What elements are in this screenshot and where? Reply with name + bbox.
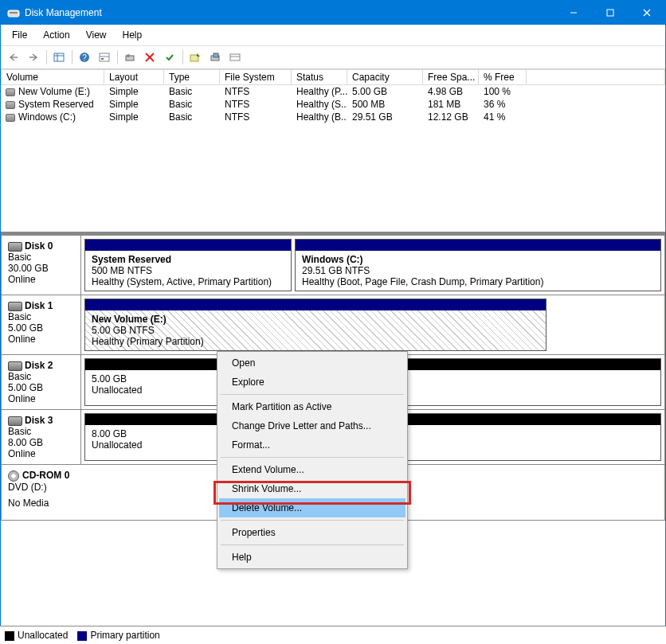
col-filesystem[interactable]: File System [220,69,292,85]
disk-label[interactable]: Disk 1 Basic 5.00 GB Online [2,295,81,354]
svg-rect-11 [100,53,109,61]
menu-file[interactable]: File [4,26,35,44]
back-button[interactable] [4,49,23,66]
volume-list-header: Volume Layout Type File System Status Ca… [1,69,665,85]
titlebar: Disk Management [1,1,665,25]
disk-icon [8,242,22,252]
ctx-delete-volume[interactable]: Delete Volume... [219,498,405,517]
disk-row-0: Disk 0 Basic 30.00 GB Online System Rese… [1,235,665,295]
partition-new-volume-e[interactable]: New Volume (E:) 5.00 GB NTFS Healthy (Pr… [84,299,547,351]
view-list-button[interactable] [49,49,69,66]
ctx-format[interactable]: Format... [219,435,405,455]
col-status[interactable]: Status [292,69,347,85]
window-title: Disk Management [25,7,555,18]
col-volume[interactable]: Volume [1,69,104,85]
ctx-explore[interactable]: Explore [219,373,405,392]
maximize-button[interactable] [592,1,629,25]
svg-rect-13 [101,58,104,60]
svg-rect-1 [10,12,18,14]
volume-row[interactable]: Windows (C:) Simple Basic NTFS Healthy (… [1,111,665,123]
col-pctfree[interactable]: % Free [479,69,527,85]
svg-point-15 [127,54,130,57]
svg-rect-6 [54,53,64,61]
check-button[interactable] [160,49,179,66]
ctx-mark-active[interactable]: Mark Partition as Active [219,397,405,416]
cdrom-icon [8,470,19,482]
col-layout[interactable]: Layout [104,69,164,85]
partition-bar [296,240,660,251]
ctx-separator [221,544,404,545]
disk-label[interactable]: Disk 3 Basic 8.00 GB Online [2,410,81,464]
disk-icon [8,416,22,426]
partition-bar [85,240,291,251]
col-freespace[interactable]: Free Spa... [423,69,479,85]
svg-rect-3 [607,10,613,16]
col-type[interactable]: Type [164,69,220,85]
legend-unallocated: Unallocated [18,630,68,641]
action3-button[interactable] [206,49,225,66]
partition-windows-c[interactable]: Windows (C:) 29.51 GB NTFS Healthy (Boot… [295,239,661,291]
app-icon [7,6,20,19]
help-button[interactable]: ? [75,49,94,66]
volume-row[interactable]: System Reserved Simple Basic NTFS Health… [1,98,665,111]
disk-label[interactable]: Disk 2 Basic 5.00 GB Online [2,355,81,409]
context-menu: Open Explore Mark Partition as Active Ch… [217,351,408,569]
legend-primary: Primary partition [90,630,159,641]
action2-button[interactable] [186,49,205,66]
ctx-properties[interactable]: Properties [219,523,405,542]
volume-row[interactable]: New Volume (E:) Simple Basic NTFS Health… [1,85,665,98]
partition-system-reserved[interactable]: System Reserved 500 MB NTFS Healthy (Sys… [84,239,292,291]
ctx-separator [221,457,404,458]
volume-icon [6,114,15,122]
close-button[interactable] [629,1,665,25]
ctx-change-letter[interactable]: Change Drive Letter and Paths... [219,416,405,435]
disk-row-1: Disk 1 Basic 5.00 GB Online New Volume (… [1,295,665,355]
menubar: File Action View Help [1,25,665,46]
disk-label[interactable]: Disk 0 Basic 30.00 GB Online [2,236,81,295]
ctx-separator [221,394,404,395]
forward-button[interactable] [24,49,43,66]
col-capacity[interactable]: Capacity [347,69,423,85]
menu-action[interactable]: Action [35,26,77,44]
legend: Unallocated Primary partition [0,626,666,644]
volume-icon [6,88,15,96]
disk-icon [8,302,22,311]
toolbar: ? [1,46,665,69]
ctx-shrink-volume[interactable]: Shrink Volume... [219,479,405,498]
menu-help[interactable]: Help [115,26,151,44]
svg-text:?: ? [82,53,87,62]
volume-list: Volume Layout Type File System Status Ca… [1,69,665,233]
svg-rect-21 [230,54,240,60]
delete-button[interactable] [140,49,159,66]
disk-icon [8,361,22,371]
action1-button[interactable] [120,49,139,66]
minimize-button[interactable] [555,1,592,25]
legend-swatch-unallocated [5,631,14,641]
legend-swatch-primary [77,631,87,641]
menu-view[interactable]: View [78,26,115,44]
settings-button[interactable] [95,49,114,66]
ctx-extend-volume[interactable]: Extend Volume... [219,460,405,479]
ctx-separator [221,520,404,521]
partition-bar [85,299,546,310]
volume-icon [6,101,15,109]
action4-button[interactable] [225,49,245,66]
svg-rect-20 [214,53,218,57]
ctx-help[interactable]: Help [219,548,405,567]
ctx-open[interactable]: Open [219,353,405,373]
